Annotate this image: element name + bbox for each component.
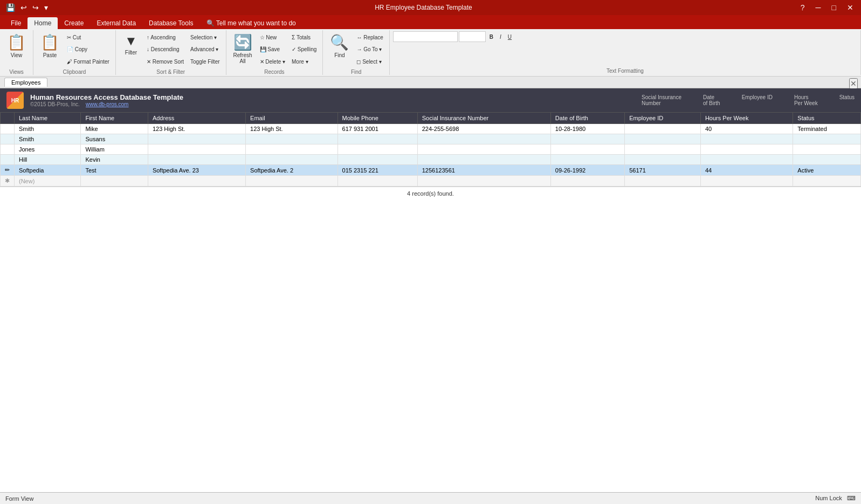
cell-hours[interactable]: 40 <box>700 124 793 134</box>
paste-btn[interactable]: 📋 Paste <box>37 31 63 68</box>
cell-email[interactable] <box>246 176 337 187</box>
row-indicator-cell[interactable] <box>1 124 15 134</box>
cell-sin[interactable] <box>417 134 550 144</box>
refresh-all-btn[interactable]: 🔄 RefreshAll <box>230 31 256 68</box>
cell-lastname[interactable]: Jones <box>15 144 81 155</box>
tab-database-tools[interactable]: Database Tools <box>142 17 200 29</box>
cell-address[interactable] <box>148 155 245 165</box>
tab-home[interactable]: Home <box>27 17 58 29</box>
redo-btn[interactable]: ↪ <box>31 2 40 13</box>
cell-hours[interactable] <box>700 155 793 165</box>
cell-hours[interactable] <box>700 144 793 155</box>
cell-lastname[interactable]: (New) <box>15 176 81 187</box>
cell-hours[interactable]: 44 <box>700 165 793 176</box>
close-tab-btn[interactable]: ✕ <box>849 78 858 89</box>
col-sin[interactable]: Social Insurance Number <box>417 113 550 124</box>
cell-firstname[interactable]: Susans <box>81 134 148 144</box>
descending-btn[interactable]: ↓ Descending <box>144 45 187 54</box>
cell-empid[interactable] <box>625 134 701 144</box>
cell-address[interactable]: 123 High St. <box>148 124 245 134</box>
row-indicator-cell[interactable] <box>1 155 15 165</box>
go-to-btn[interactable]: → Go To ▾ <box>354 45 385 54</box>
cell-empid[interactable] <box>625 144 701 155</box>
save-quick-btn[interactable]: 💾 <box>4 2 17 13</box>
ascending-btn[interactable]: ↑ Ascending <box>144 33 187 42</box>
advanced-btn[interactable]: Advanced ▾ <box>188 45 222 54</box>
table-row[interactable]: ✏SoftpediaTestSoftpedia Ave. 23Softpedia… <box>1 165 861 176</box>
minimize-btn[interactable]: ─ <box>812 2 824 13</box>
cell-lastname[interactable]: Smith <box>15 134 81 144</box>
col-status[interactable]: Status <box>793 113 861 124</box>
cell-email[interactable] <box>246 155 337 165</box>
col-mobile[interactable]: Mobile Phone <box>337 113 417 124</box>
table-row[interactable]: ✱(New) <box>1 176 861 187</box>
cell-empid[interactable] <box>625 124 701 134</box>
font-size-dropdown[interactable] <box>459 31 486 42</box>
cell-mobile[interactable] <box>337 134 417 144</box>
find-btn[interactable]: 🔍 Find <box>326 31 353 68</box>
cell-empid[interactable] <box>625 155 701 165</box>
cell-dob[interactable]: 10-28-1980 <box>550 124 624 134</box>
close-btn[interactable]: ✕ <box>844 2 857 13</box>
tab-file[interactable]: File <box>4 17 27 29</box>
col-empid[interactable]: Employee ID <box>625 113 701 124</box>
italic-btn[interactable]: I <box>497 32 504 42</box>
cut-btn[interactable]: ✂ Cut <box>64 33 112 42</box>
cell-lastname[interactable]: Hill <box>15 155 81 165</box>
table-row[interactable]: SmithSusans <box>1 134 861 144</box>
col-address[interactable]: Address <box>148 113 245 124</box>
cell-sin[interactable]: 1256123561 <box>417 165 550 176</box>
undo-btn[interactable]: ↩ <box>19 2 29 13</box>
table-row[interactable]: JonesWilliam <box>1 144 861 155</box>
underline-btn[interactable]: U <box>505 32 514 42</box>
cell-address[interactable] <box>148 134 245 144</box>
cell-empid[interactable] <box>625 176 701 187</box>
cell-dob[interactable] <box>550 144 624 155</box>
copy-btn[interactable]: 📄 Copy <box>64 45 112 54</box>
cell-address[interactable] <box>148 176 245 187</box>
cell-lastname[interactable]: Softpedia <box>15 165 81 176</box>
bold-btn[interactable]: B <box>487 32 496 42</box>
cell-lastname[interactable]: Smith <box>15 124 81 134</box>
tab-external-data[interactable]: External Data <box>90 17 142 29</box>
new-record-btn[interactable]: ☆ New <box>257 33 288 42</box>
replace-btn[interactable]: ↔ Replace <box>354 33 385 42</box>
cell-dob[interactable] <box>550 176 624 187</box>
nav-tab-employees[interactable]: Employees <box>4 78 47 87</box>
col-hours[interactable]: Hours Per Week <box>700 113 793 124</box>
cell-address[interactable]: Softpedia Ave. 23 <box>148 165 245 176</box>
quick-access-dropdown[interactable]: ▾ <box>43 2 50 13</box>
cell-address[interactable] <box>148 144 245 155</box>
cell-hours[interactable] <box>700 134 793 144</box>
select-btn[interactable]: ◻ Select ▾ <box>354 57 385 66</box>
format-painter-btn[interactable]: 🖌 Format Painter <box>64 57 112 66</box>
row-indicator-cell[interactable]: ✱ <box>1 176 15 187</box>
view-btn[interactable]: 📋 View <box>3 31 30 68</box>
cell-firstname[interactable]: Kevin <box>81 155 148 165</box>
cell-firstname[interactable]: Test <box>81 165 148 176</box>
cell-dob[interactable]: 09-26-1992 <box>550 165 624 176</box>
table-row[interactable]: HillKevin <box>1 155 861 165</box>
cell-sin[interactable] <box>417 144 550 155</box>
font-name-dropdown[interactable] <box>393 31 458 42</box>
cell-dob[interactable] <box>550 134 624 144</box>
col-lastname[interactable]: Last Name <box>15 113 81 124</box>
cell-empid[interactable]: 56171 <box>625 165 701 176</box>
cell-mobile[interactable] <box>337 155 417 165</box>
cell-dob[interactable] <box>550 155 624 165</box>
col-dob[interactable]: Date of Birth <box>550 113 624 124</box>
cell-status[interactable] <box>793 144 861 155</box>
cell-status[interactable]: Terminated <box>793 124 861 134</box>
cell-email[interactable] <box>246 134 337 144</box>
cell-status[interactable]: Active <box>793 165 861 176</box>
cell-email[interactable]: Softpedia Ave. 2 <box>246 165 337 176</box>
cell-mobile[interactable] <box>337 176 417 187</box>
spelling-btn[interactable]: ✓ Spelling <box>289 45 319 54</box>
cell-firstname[interactable]: William <box>81 144 148 155</box>
cell-hours[interactable] <box>700 176 793 187</box>
row-indicator-cell[interactable] <box>1 144 15 155</box>
cell-sin[interactable]: 224-255-5698 <box>417 124 550 134</box>
tab-tell-me[interactable]: 🔍 Tell me what you want to do <box>200 17 302 29</box>
save-record-btn[interactable]: 💾 Save <box>257 45 288 54</box>
tab-create[interactable]: Create <box>58 17 90 29</box>
